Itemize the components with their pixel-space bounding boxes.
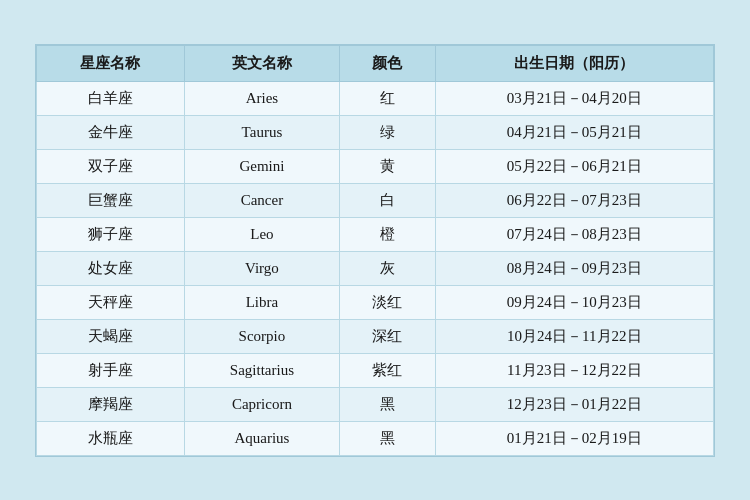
cell-row3-col0: 巨蟹座	[37, 183, 185, 217]
table-row: 天蝎座Scorpio深红10月24日－11月22日	[37, 319, 714, 353]
cell-row6-col0: 天秤座	[37, 285, 185, 319]
cell-row4-col2: 橙	[339, 217, 435, 251]
table-row: 水瓶座Aquarius黑01月21日－02月19日	[37, 421, 714, 455]
cell-row10-col1: Aquarius	[184, 421, 339, 455]
cell-row2-col2: 黄	[339, 149, 435, 183]
cell-row1-col1: Taurus	[184, 115, 339, 149]
table-row: 摩羯座Capricorn黑12月23日－01月22日	[37, 387, 714, 421]
cell-row10-col2: 黑	[339, 421, 435, 455]
cell-row0-col2: 红	[339, 81, 435, 115]
cell-row4-col0: 狮子座	[37, 217, 185, 251]
cell-row5-col0: 处女座	[37, 251, 185, 285]
cell-row10-col0: 水瓶座	[37, 421, 185, 455]
cell-row7-col1: Scorpio	[184, 319, 339, 353]
col-header-english: 英文名称	[184, 45, 339, 81]
cell-row4-col1: Leo	[184, 217, 339, 251]
cell-row2-col1: Gemini	[184, 149, 339, 183]
cell-row0-col0: 白羊座	[37, 81, 185, 115]
cell-row9-col3: 12月23日－01月22日	[435, 387, 713, 421]
cell-row7-col3: 10月24日－11月22日	[435, 319, 713, 353]
cell-row7-col2: 深红	[339, 319, 435, 353]
table-row: 巨蟹座Cancer白06月22日－07月23日	[37, 183, 714, 217]
header-row: 星座名称 英文名称 颜色 出生日期（阳历）	[37, 45, 714, 81]
cell-row8-col3: 11月23日－12月22日	[435, 353, 713, 387]
cell-row2-col3: 05月22日－06月21日	[435, 149, 713, 183]
col-header-dates: 出生日期（阳历）	[435, 45, 713, 81]
cell-row5-col2: 灰	[339, 251, 435, 285]
table-row: 白羊座Aries红03月21日－04月20日	[37, 81, 714, 115]
cell-row6-col2: 淡红	[339, 285, 435, 319]
cell-row2-col0: 双子座	[37, 149, 185, 183]
cell-row3-col2: 白	[339, 183, 435, 217]
cell-row0-col3: 03月21日－04月20日	[435, 81, 713, 115]
cell-row1-col2: 绿	[339, 115, 435, 149]
table-row: 处女座Virgo灰08月24日－09月23日	[37, 251, 714, 285]
cell-row5-col1: Virgo	[184, 251, 339, 285]
table-row: 双子座Gemini黄05月22日－06月21日	[37, 149, 714, 183]
cell-row6-col3: 09月24日－10月23日	[435, 285, 713, 319]
table-row: 天秤座Libra淡红09月24日－10月23日	[37, 285, 714, 319]
cell-row9-col0: 摩羯座	[37, 387, 185, 421]
cell-row8-col1: Sagittarius	[184, 353, 339, 387]
cell-row1-col0: 金牛座	[37, 115, 185, 149]
zodiac-table: 星座名称 英文名称 颜色 出生日期（阳历） 白羊座Aries红03月21日－04…	[36, 45, 714, 456]
table-body: 白羊座Aries红03月21日－04月20日金牛座Taurus绿04月21日－0…	[37, 81, 714, 455]
cell-row9-col1: Capricorn	[184, 387, 339, 421]
cell-row1-col3: 04月21日－05月21日	[435, 115, 713, 149]
table-row: 狮子座Leo橙07月24日－08月23日	[37, 217, 714, 251]
cell-row3-col3: 06月22日－07月23日	[435, 183, 713, 217]
table-header: 星座名称 英文名称 颜色 出生日期（阳历）	[37, 45, 714, 81]
table-row: 金牛座Taurus绿04月21日－05月21日	[37, 115, 714, 149]
cell-row0-col1: Aries	[184, 81, 339, 115]
col-header-color: 颜色	[339, 45, 435, 81]
cell-row8-col2: 紫红	[339, 353, 435, 387]
cell-row3-col1: Cancer	[184, 183, 339, 217]
cell-row5-col3: 08月24日－09月23日	[435, 251, 713, 285]
col-header-chinese: 星座名称	[37, 45, 185, 81]
table-row: 射手座Sagittarius紫红11月23日－12月22日	[37, 353, 714, 387]
cell-row8-col0: 射手座	[37, 353, 185, 387]
cell-row4-col3: 07月24日－08月23日	[435, 217, 713, 251]
cell-row10-col3: 01月21日－02月19日	[435, 421, 713, 455]
zodiac-table-wrapper: 星座名称 英文名称 颜色 出生日期（阳历） 白羊座Aries红03月21日－04…	[35, 44, 715, 457]
cell-row7-col0: 天蝎座	[37, 319, 185, 353]
cell-row6-col1: Libra	[184, 285, 339, 319]
cell-row9-col2: 黑	[339, 387, 435, 421]
